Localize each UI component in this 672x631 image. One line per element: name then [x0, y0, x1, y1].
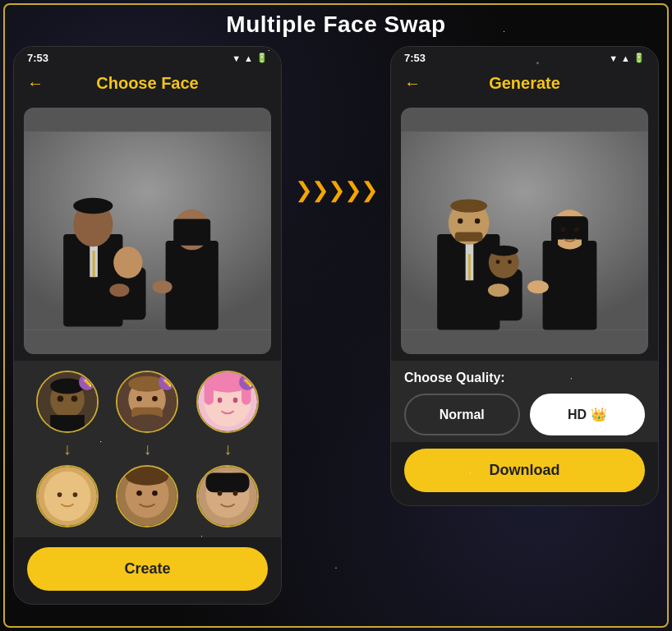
- source-face-2[interactable]: ✏️: [116, 371, 178, 433]
- svg-point-28: [131, 414, 165, 426]
- signal-icon: ▼: [232, 53, 241, 63]
- left-status-bar: 7:53 ▼ ▲ 🔋: [14, 47, 281, 67]
- target-face-2[interactable]: [116, 465, 178, 527]
- arrow-down-2: ↓: [143, 440, 151, 458]
- svg-point-13: [153, 280, 173, 293]
- svg-point-30: [153, 396, 159, 402]
- right-status-icons: ▼ ▲ 🔋: [609, 53, 645, 63]
- left-status-time: 7:53: [27, 52, 48, 64]
- svg-point-54: [450, 199, 487, 212]
- svg-point-41: [218, 398, 223, 403]
- svg-point-8: [113, 246, 142, 279]
- svg-rect-52: [468, 254, 471, 280]
- edit-badge-3[interactable]: ✏️: [239, 374, 255, 390]
- svg-point-68: [561, 228, 566, 233]
- right-phone-header: ← Generate: [391, 67, 658, 101]
- svg-point-35: [153, 491, 159, 496]
- download-button[interactable]: Download: [404, 449, 645, 492]
- source-face-1[interactable]: ✏️: [36, 371, 99, 433]
- target-face-1[interactable]: [36, 465, 99, 527]
- svg-point-23: [72, 492, 77, 497]
- svg-point-57: [475, 219, 480, 223]
- svg-point-69: [574, 228, 579, 233]
- page-title: Multiple Face Swap: [0, 0, 672, 46]
- svg-rect-67: [582, 229, 588, 249]
- hd-quality-button[interactable]: HD 👑: [530, 394, 646, 435]
- svg-point-21: [44, 472, 90, 522]
- signal-icon-right: ▼: [609, 53, 618, 63]
- target-face-3[interactable]: [196, 465, 259, 527]
- faces-section: ✏️ ↓: [14, 361, 281, 537]
- svg-point-71: [527, 280, 549, 293]
- create-button[interactable]: Create: [27, 547, 268, 591]
- right-status-bar: 7:53 ▼ ▲ 🔋: [391, 47, 658, 67]
- svg-point-22: [58, 492, 62, 497]
- svg-rect-66: [551, 229, 558, 249]
- right-status-time: 7:53: [404, 52, 426, 64]
- face-pair-1: ✏️ ↓: [36, 371, 99, 527]
- left-back-button[interactable]: ←: [27, 74, 44, 93]
- arrow-down-1: ↓: [63, 440, 71, 458]
- right-back-button[interactable]: ←: [404, 74, 421, 93]
- left-phone-header: ← Choose Face: [14, 67, 281, 101]
- left-photo-area: [24, 108, 271, 354]
- quality-label: Choose Quality:: [404, 371, 645, 385]
- right-photo-area: [401, 108, 648, 354]
- battery-icon-right: 🔋: [633, 53, 645, 63]
- svg-rect-1: [24, 132, 271, 330]
- wifi-icon: ▲: [244, 53, 253, 63]
- face-pair-3: ✏️ ↓: [196, 371, 259, 527]
- svg-point-42: [233, 398, 238, 403]
- svg-point-62: [508, 260, 512, 264]
- svg-point-19: [71, 395, 78, 402]
- right-phone: 7:53 ▼ ▲ 🔋 ← Generate: [390, 46, 659, 506]
- right-header-title: Generate: [489, 74, 560, 93]
- left-phone: 7:53 ▼ ▲ 🔋 ← Choose Face: [13, 46, 282, 605]
- edit-badge-1[interactable]: ✏️: [79, 374, 95, 390]
- phones-container: 7:53 ▼ ▲ 🔋 ← Choose Face: [0, 46, 672, 605]
- svg-rect-39: [205, 381, 214, 404]
- arrow-between: ❯❯❯❯❯: [295, 46, 377, 203]
- wifi-icon-right: ▲: [621, 53, 630, 63]
- svg-point-18: [58, 395, 64, 402]
- svg-point-47: [233, 491, 238, 496]
- normal-quality-button[interactable]: Normal: [404, 394, 520, 435]
- svg-rect-55: [455, 233, 483, 242]
- left-family-photo: [24, 108, 271, 354]
- left-header-title: Choose Face: [96, 74, 198, 93]
- face-pair-2: ✏️ ↓: [116, 371, 178, 527]
- svg-rect-4: [92, 251, 94, 277]
- quality-section: Choose Quality: Normal HD 👑: [391, 361, 658, 442]
- svg-point-46: [218, 491, 223, 496]
- svg-point-29: [137, 396, 143, 402]
- svg-point-6: [73, 198, 113, 214]
- arrow-down-3: ↓: [223, 440, 232, 458]
- source-face-3[interactable]: ✏️: [196, 371, 259, 433]
- svg-point-34: [137, 491, 143, 496]
- svg-point-60: [490, 246, 518, 256]
- face-pairs-container: ✏️ ↓: [27, 371, 268, 527]
- svg-point-61: [496, 260, 500, 264]
- svg-point-70: [488, 283, 509, 297]
- right-family-photo: [401, 108, 648, 354]
- svg-point-33: [126, 467, 169, 486]
- battery-icon: 🔋: [256, 53, 268, 63]
- svg-rect-45: [206, 473, 250, 493]
- svg-rect-63: [543, 241, 597, 329]
- svg-point-12: [109, 283, 129, 297]
- svg-point-56: [458, 219, 463, 223]
- left-status-icons: ▼ ▲ 🔋: [232, 53, 268, 63]
- svg-rect-17: [50, 415, 85, 431]
- svg-rect-11: [173, 219, 210, 246]
- quality-buttons-container: Normal HD 👑: [404, 394, 645, 435]
- svg-rect-9: [166, 241, 219, 329]
